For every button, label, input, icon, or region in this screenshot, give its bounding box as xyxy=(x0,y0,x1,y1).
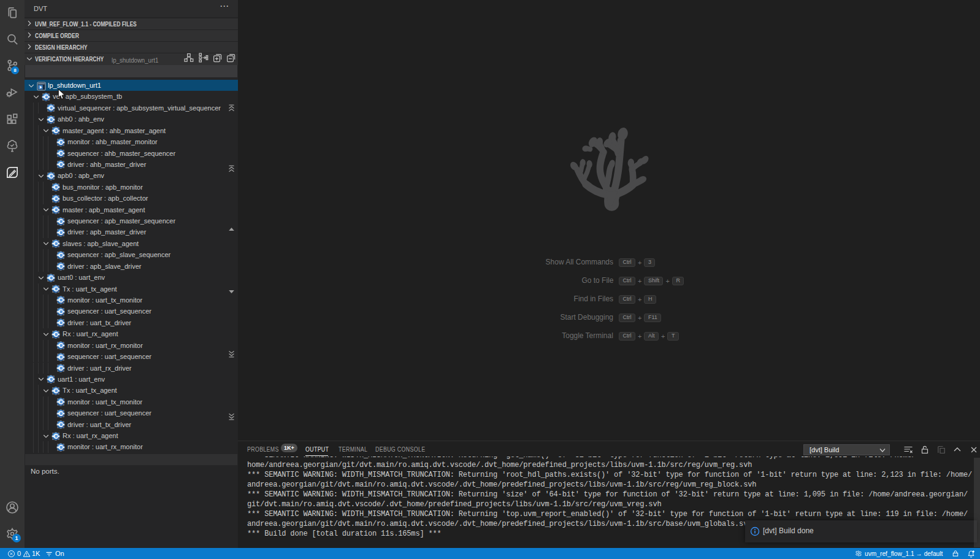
svg-text:C: C xyxy=(58,399,63,406)
svg-text:C: C xyxy=(58,444,63,451)
svg-text:C: C xyxy=(53,241,58,247)
svg-text:C: C xyxy=(48,376,53,383)
svg-text:C: C xyxy=(53,387,58,394)
svg-text:C: C xyxy=(53,128,58,134)
svg-text:C: C xyxy=(53,286,58,293)
svg-text:C: C xyxy=(48,274,53,281)
svg-text:C: C xyxy=(58,342,63,349)
svg-text:C: C xyxy=(58,252,63,258)
svg-text:C: C xyxy=(58,263,63,270)
svg-text:C: C xyxy=(53,433,58,439)
svg-text:C: C xyxy=(58,218,63,225)
svg-text:C: C xyxy=(53,184,58,191)
svg-text:C: C xyxy=(58,297,63,304)
svg-text:C: C xyxy=(53,331,58,337)
svg-text:C: C xyxy=(53,207,58,214)
svg-text:C: C xyxy=(48,105,53,112)
svg-text:C: C xyxy=(58,320,63,326)
svg-text:C: C xyxy=(58,161,63,168)
svg-text:C: C xyxy=(53,195,58,202)
svg-text:C: C xyxy=(58,229,63,236)
svg-text:C: C xyxy=(58,308,63,315)
svg-text:C: C xyxy=(48,172,53,179)
svg-text:C: C xyxy=(58,139,63,145)
svg-text:C: C xyxy=(48,116,53,123)
svg-text:C: C xyxy=(58,150,63,157)
svg-text:C: C xyxy=(58,365,63,372)
svg-text:C: C xyxy=(44,94,48,101)
svg-text:C: C xyxy=(58,422,63,428)
svg-text:C: C xyxy=(58,410,63,417)
svg-text:C: C xyxy=(58,353,63,360)
